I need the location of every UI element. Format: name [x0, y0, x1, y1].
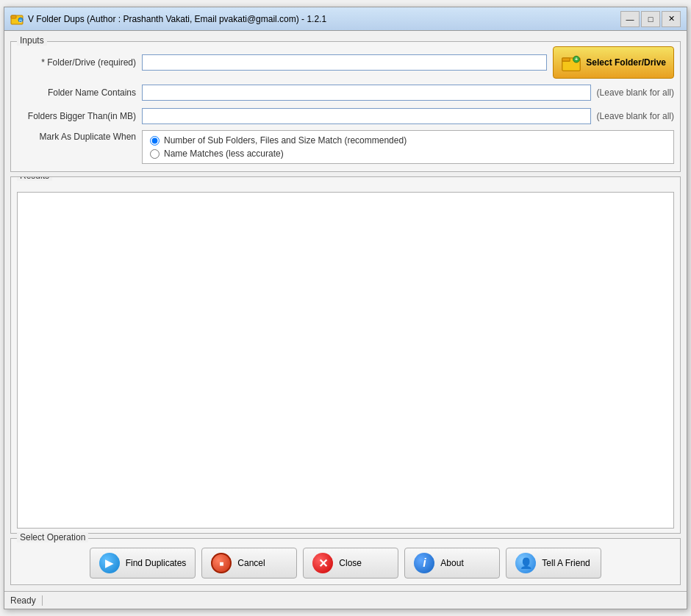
folder-icon: + — [561, 52, 581, 73]
folder-name-input[interactable] — [142, 85, 591, 101]
title-bar: D V Folder Dups (Author : Prashanth Vaka… — [4, 7, 687, 31]
select-folder-label: Select Folder/Drive — [586, 57, 666, 68]
cancel-button[interactable]: ■ Cancel — [201, 548, 297, 579]
close-button[interactable]: ✕ Close — [303, 548, 398, 579]
operation-buttons: ▶ Find Duplicates ■ Cancel ✕ Close i Abo… — [17, 548, 674, 579]
results-legend: Results — [17, 176, 52, 181]
play-icon: ▶ — [99, 553, 120, 573]
svg-text:D: D — [19, 19, 22, 24]
folders-bigger-input[interactable] — [142, 108, 591, 124]
inputs-group: Inputs * Folder/Drive (required) + Selec… — [10, 41, 681, 172]
duplicate-when-label: Mark As Duplicate When — [17, 130, 142, 142]
folder-name-hint: (Leave blank for all) — [597, 87, 674, 98]
tell-a-friend-button[interactable]: 👤 Tell A Friend — [506, 548, 601, 579]
radio-group: Number of Sub Folders, Files and Size Ma… — [142, 130, 674, 164]
close-label: Close — [339, 558, 362, 568]
find-duplicates-button[interactable]: ▶ Find Duplicates — [90, 548, 196, 579]
tell-a-friend-label: Tell A Friend — [542, 558, 590, 568]
folders-bigger-label: Folders Bigger Than(in MB) — [17, 111, 142, 121]
svg-rect-1 — [11, 15, 16, 18]
close-icon: ✕ — [312, 553, 333, 573]
radio-row-1: Number of Sub Folders, Files and Size Ma… — [150, 135, 666, 146]
status-divider — [42, 595, 43, 606]
app-icon: D — [10, 12, 24, 26]
duplicate-when-row: Mark As Duplicate When Number of Sub Fol… — [17, 130, 674, 164]
about-label: About — [440, 558, 463, 568]
folder-name-row: Folder Name Contains (Leave blank for al… — [17, 83, 674, 102]
folders-bigger-hint: (Leave blank for all) — [597, 111, 674, 121]
radio-row-2: Name Matches (less accurate) — [150, 148, 666, 159]
window-title: V Folder Dups (Author : Prashanth Vakati… — [28, 14, 620, 24]
cancel-label: Cancel — [237, 558, 265, 568]
folder-input[interactable] — [142, 54, 547, 71]
radio-name-match-label[interactable]: Name Matches (less accurate) — [164, 148, 284, 159]
friend-icon: 👤 — [515, 553, 536, 573]
about-icon: i — [414, 553, 434, 573]
radio-subfolders[interactable] — [150, 136, 160, 146]
folder-name-label: Folder Name Contains — [17, 87, 142, 98]
results-group: Results — [10, 176, 681, 534]
window-controls: — □ ✕ — [620, 11, 681, 27]
close-window-button[interactable]: ✕ — [662, 11, 681, 27]
main-window: D V Folder Dups (Author : Prashanth Vaka… — [4, 7, 687, 609]
select-folder-button[interactable]: + Select Folder/Drive — [553, 46, 674, 79]
status-text: Ready — [10, 595, 36, 606]
status-bar: Ready — [4, 591, 687, 609]
results-box[interactable] — [17, 192, 674, 529]
svg-rect-5 — [562, 58, 570, 61]
svg-text:+: + — [575, 57, 578, 62]
folder-row: * Folder/Drive (required) + Select Folde… — [17, 46, 674, 79]
radio-subfolders-label[interactable]: Number of Sub Folders, Files and Size Ma… — [164, 135, 407, 146]
about-button[interactable]: i About — [404, 548, 500, 579]
folder-label: * Folder/Drive (required) — [17, 57, 142, 68]
folders-bigger-row: Folders Bigger Than(in MB) (Leave blank … — [17, 107, 674, 126]
inputs-legend: Inputs — [17, 35, 47, 46]
maximize-button[interactable]: □ — [641, 11, 660, 27]
select-operation-group: Select Operation ▶ Find Duplicates ■ Can… — [10, 538, 681, 585]
cancel-icon: ■ — [211, 553, 232, 573]
select-op-legend: Select Operation — [17, 532, 88, 542]
radio-name-match[interactable] — [150, 149, 160, 159]
content-area: Inputs * Folder/Drive (required) + Selec… — [4, 31, 687, 591]
minimize-button[interactable]: — — [620, 11, 640, 27]
find-duplicates-label: Find Duplicates — [126, 558, 187, 568]
